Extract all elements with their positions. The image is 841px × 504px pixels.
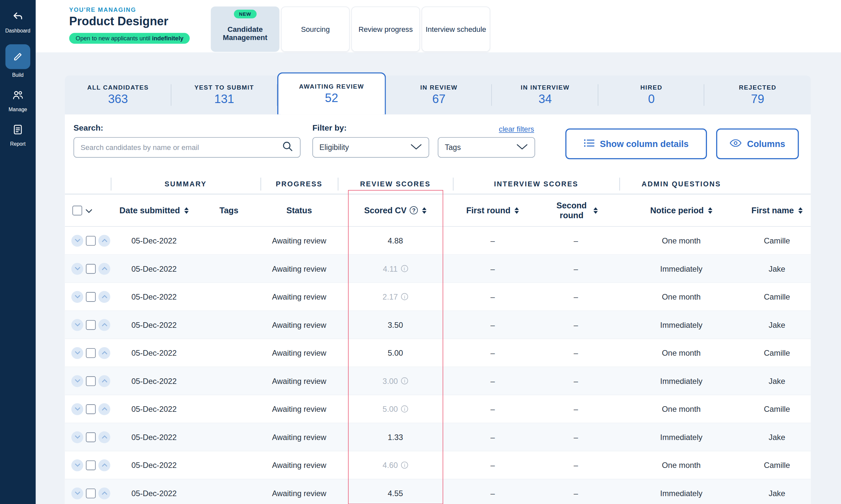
column-header-first-round[interactable]: First round <box>453 194 533 226</box>
column-header-status[interactable]: Status <box>260 194 338 226</box>
row-checkbox[interactable] <box>86 320 96 330</box>
status-tab-rejected[interactable]: REJECTED 79 <box>705 75 811 114</box>
second-round-cell: – <box>533 423 620 451</box>
second-round-cell: – <box>533 339 620 366</box>
move-down-icon[interactable] <box>71 291 83 303</box>
status-count: 131 <box>214 92 234 106</box>
row-checkbox[interactable] <box>86 292 96 302</box>
date-submitted-cell: 05-Dec-2022 <box>111 423 197 451</box>
move-down-icon[interactable] <box>71 319 83 331</box>
help-icon[interactable]: ? <box>410 206 418 214</box>
row-checkbox[interactable] <box>86 348 96 358</box>
status-tab-in-review[interactable]: IN REVIEW 67 <box>386 75 492 114</box>
search-box <box>73 137 301 158</box>
select-all-checkbox[interactable] <box>72 205 82 215</box>
sidebar-item-manage[interactable]: Manage <box>0 89 36 112</box>
info-icon[interactable]: i <box>401 462 408 469</box>
move-up-icon[interactable] <box>98 291 110 303</box>
column-header-first-name[interactable]: First name <box>743 194 811 226</box>
columns-button[interactable]: Columns <box>716 129 799 160</box>
move-down-icon[interactable] <box>71 487 83 499</box>
info-icon[interactable]: i <box>401 377 408 384</box>
sort-icon <box>708 207 712 214</box>
move-up-icon[interactable] <box>98 347 110 359</box>
first-round-cell: – <box>453 283 533 310</box>
report-icon <box>12 123 24 138</box>
row-checkbox[interactable] <box>86 461 96 470</box>
show-column-details-button[interactable]: Show column details <box>565 129 707 160</box>
sidebar-item-report[interactable]: Report <box>0 123 36 147</box>
tab-review-progress[interactable]: Review progress <box>351 6 420 52</box>
move-up-icon[interactable] <box>98 487 110 499</box>
candidates-panel: Search: Filter by: Eligibility Tags clea… <box>65 114 810 504</box>
scored-cv-cell: 2.17i <box>338 283 453 310</box>
tags-dropdown[interactable]: Tags <box>438 137 535 158</box>
chevron-down-icon <box>516 142 528 152</box>
search-icon[interactable] <box>281 141 293 155</box>
column-header-tags[interactable]: Tags <box>198 194 260 226</box>
move-up-icon[interactable] <box>98 375 110 387</box>
search-input[interactable] <box>81 143 281 151</box>
second-round-cell: – <box>533 311 620 339</box>
search-label: Search: <box>73 123 103 132</box>
status-count: 52 <box>325 91 338 105</box>
first-name-cell: Camille <box>743 339 811 366</box>
tags-cell <box>198 395 260 422</box>
status-tab-in-interview[interactable]: IN INTERVIEW 34 <box>492 75 598 114</box>
status-tab-yet-to-submit[interactable]: YEST TO SUBMIT 131 <box>171 75 277 114</box>
first-round-cell: – <box>453 423 533 451</box>
info-icon[interactable]: i <box>401 293 408 300</box>
row-checkbox[interactable] <box>86 432 96 442</box>
move-up-icon[interactable] <box>98 403 110 415</box>
info-icon[interactable]: i <box>401 406 408 412</box>
candidates-table: SUMMARY PROGRESS REVIEW SCORES INTERVIEW… <box>65 174 810 504</box>
tab-interview-schedule[interactable]: Interview schedule <box>422 6 490 52</box>
status-tab-awaiting-review[interactable]: AWAITING REVIEW 52 <box>277 72 386 114</box>
managing-label: YOU'RE MANAGING <box>69 6 190 13</box>
move-down-icon[interactable] <box>71 263 83 274</box>
move-up-icon[interactable] <box>98 235 110 247</box>
row-checkbox[interactable] <box>86 488 96 498</box>
move-up-icon[interactable] <box>98 459 110 471</box>
notice-period-cell: One month <box>619 395 743 422</box>
move-up-icon[interactable] <box>98 431 110 443</box>
eligibility-dropdown[interactable]: Eligibility <box>312 137 429 158</box>
second-round-cell: – <box>533 451 620 479</box>
table-row: 05-Dec-2022 Awaiting review 3.00i – – Im… <box>65 367 810 395</box>
eye-icon <box>730 139 741 149</box>
sidebar-item-dashboard[interactable]: Dashboard <box>0 10 36 34</box>
filter-by-label: Filter by: <box>312 123 347 132</box>
column-header-scored-cv[interactable]: Scored CV ? <box>338 194 453 226</box>
status-cell: Awaiting review <box>260 423 338 451</box>
column-header-notice-period[interactable]: Notice period <box>619 194 743 226</box>
tags-cell <box>198 367 260 395</box>
row-checkbox[interactable] <box>86 236 96 246</box>
status-tab-hired[interactable]: HIRED 0 <box>598 75 704 114</box>
tab-candidate-management[interactable]: NEW Candidate Management <box>211 6 279 52</box>
move-down-icon[interactable] <box>71 235 83 247</box>
column-header-date-submitted[interactable]: Date submitted <box>111 194 197 226</box>
first-round-cell: – <box>453 367 533 395</box>
row-checkbox[interactable] <box>86 376 96 386</box>
scored-cv-cell: 3.00i <box>338 367 453 395</box>
move-down-icon[interactable] <box>71 347 83 359</box>
move-down-icon[interactable] <box>71 375 83 387</box>
status-tab-all-candidates[interactable]: ALL CANDIDATES 363 <box>65 75 171 114</box>
info-icon[interactable]: i <box>401 265 408 272</box>
group-header-progress: PROGRESS <box>260 174 338 195</box>
move-down-icon[interactable] <box>71 403 83 415</box>
row-checkbox[interactable] <box>86 264 96 274</box>
status-cell: Awaiting review <box>260 451 338 479</box>
tags-cell <box>198 480 260 504</box>
sidebar-item-build[interactable]: Build <box>0 44 36 78</box>
column-header-second-round[interactable]: Second round <box>533 194 620 226</box>
move-down-icon[interactable] <box>71 431 83 443</box>
chevron-down-icon[interactable] <box>85 205 92 215</box>
clear-filters-link[interactable]: clear filters <box>499 125 534 133</box>
move-up-icon[interactable] <box>98 319 110 331</box>
move-down-icon[interactable] <box>71 459 83 471</box>
row-checkbox[interactable] <box>86 404 96 414</box>
sort-icon <box>593 207 598 214</box>
tab-sourcing[interactable]: Sourcing <box>281 6 350 52</box>
move-up-icon[interactable] <box>98 263 110 274</box>
